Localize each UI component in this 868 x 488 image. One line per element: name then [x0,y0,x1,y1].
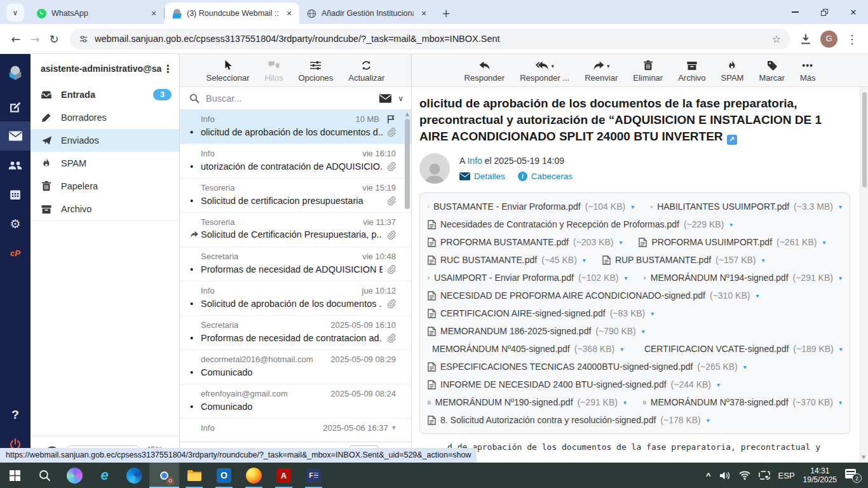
tray-connect-icon[interactable] [759,471,770,480]
downloads-button[interactable] [796,29,815,48]
firefox-icon[interactable] [239,463,269,488]
tab-search-button[interactable]: ∨ [6,4,24,22]
contacts-nav-button[interactable] [0,151,31,180]
tray-expand-icon[interactable]: ^ [706,471,711,480]
refresh-button[interactable]: Actualizar [348,59,384,83]
attachment[interactable]: MEMORANDUM 186-2025-signed.pdf(~790 KB)▾ [428,326,645,336]
delete-button[interactable]: Eliminar [633,59,663,83]
tab-close-icon[interactable]: ✕ [284,8,294,18]
options-button[interactable]: Opciones [298,59,333,83]
notification-center-button[interactable]: 2 [845,468,862,482]
attachment[interactable]: MEMORÁNDUM Nº190-signed.pdf(~291 KB)▾ [428,397,627,407]
fe-app-icon[interactable]: F [299,463,329,488]
copilot-icon[interactable] [60,463,90,488]
folder-borradores[interactable]: Borradores [31,106,179,129]
file-explorer-icon[interactable] [179,463,209,488]
attachment-menu-icon[interactable]: ▾ [651,310,654,317]
attachment-menu-icon[interactable]: ▾ [707,417,710,424]
message-row[interactable]: Info2025-05-06 16:37 ▼ [180,419,411,442]
cpanel-icon[interactable]: cP [0,238,31,268]
language-indicator[interactable]: ESP [778,471,795,480]
attachment-menu-icon[interactable]: ▾ [743,363,747,370]
attachment-menu-icon[interactable]: ▾ [729,221,733,228]
calendar-nav-button[interactable] [0,180,31,209]
forward-caret-icon[interactable]: ▾ [607,63,610,71]
reply-button[interactable]: Responder [465,59,505,83]
attachment-menu-icon[interactable]: ▾ [762,257,765,264]
attachment[interactable]: CERTIFICACION VCATE-signed.pdf(~189 KB)▾ [640,344,842,354]
folder-enviados[interactable]: Enviados [31,129,179,152]
tab-gestion[interactable]: Añadir Gestión Institucional | Pa ✕ [299,3,434,24]
search-input[interactable] [206,93,373,104]
attachment-menu-icon[interactable]: ▾ [839,399,842,406]
new-tab-button[interactable]: + [438,5,454,22]
recipient-link[interactable]: Info [467,156,482,166]
attachment-menu-icon[interactable]: ▾ [631,203,634,210]
message-row[interactable]: Infojue 10:12 •Solicitud de aprobación d… [180,281,411,316]
attachment[interactable]: Necesidades de Contratación y Recepción … [428,219,733,229]
browser-menu-button[interactable]: ⋮ [843,29,862,48]
message-row[interactable]: Tesoreriavie 15:19 •Solicitud de certifi… [180,179,411,213]
tab-whatsapp[interactable]: WhatsApp ✕ [29,3,164,24]
message-row[interactable]: Infovie 16:10 •utorización de contrataci… [180,144,411,179]
attachment-menu-icon[interactable]: ▾ [822,239,825,246]
attachment[interactable]: PROFORMA BUSTAMANTE.pdf(~203 KB)▾ [428,237,622,247]
mail-nav-button[interactable] [0,121,31,151]
message-row[interactable]: Info10 MB •olicitud de aprobación de los… [180,110,411,144]
reply-all-caret-icon[interactable]: ▾ [551,63,554,71]
attachment[interactable]: 8. Solicitud Autorización contra y resol… [428,415,710,425]
list-scrollbar-thumb[interactable] [405,119,410,209]
message-row[interactable]: efrenfoyain@gmail.com2025-05-09 08:24 •C… [180,384,411,419]
attachment-menu-icon[interactable]: ▾ [623,399,627,406]
account-menu-button[interactable]: ⋮ [161,63,174,75]
more-button[interactable]: ••• Más [800,59,816,83]
chrome-taskbar-button[interactable]: G [149,463,179,488]
attachment-menu-icon[interactable]: ▾ [839,274,842,281]
folder-archivo[interactable]: Archivo [31,198,179,220]
taskbar-clock[interactable]: 14:31 19/5/2025 [803,466,837,484]
profile-avatar[interactable]: G [820,30,837,48]
scroll-down-icon[interactable]: ▼ [392,425,396,431]
external-link-icon[interactable]: ↗ [727,135,737,145]
folder-entrada[interactable]: Entrada 3 [31,83,179,106]
threads-button[interactable]: Hilos [265,59,283,83]
spam-button[interactable]: SPAM [721,59,744,83]
message-scroll-down-icon[interactable]: ▼ [862,454,865,460]
message-row[interactable]: Tesoreriavie 11:37 Solicitud de Certific… [180,213,411,247]
attachment[interactable]: INFORME DE NECESIDAD 2400 BTU-signed-sig… [428,379,720,390]
address-bar[interactable]: webmail.sanjuan.gob.ec/cpsess3137551804/… [70,29,790,50]
attachment[interactable]: MEMORÁNDUM Nº378-signed.pdf(~370 KB)▾ [643,397,842,407]
attachment[interactable]: NECESIDAD DE PROFORMA AIRE ACONDICIONADO… [428,290,759,301]
forward-button[interactable]: ▾ Reenviar [585,59,618,83]
wifi-icon[interactable] [739,471,750,480]
mark-button[interactable]: Marcar [759,59,784,83]
outlook-icon[interactable]: O [209,463,239,488]
reply-all-button[interactable]: ▾ Responder ... [520,59,569,83]
attachment[interactable]: USAIMPORT - Enviar Proforma.pdf(~102 KB)… [428,273,627,283]
attachment[interactable]: BUSTAMANTE - Enviar Proforma.pdf(~104 KB… [428,201,634,212]
edge-icon[interactable] [119,463,149,488]
message-scrollbar[interactable]: ▼ [860,87,868,463]
message-row[interactable]: decormetal2016@hotmail.com2025-05-09 08:… [180,350,411,384]
attachment-menu-icon[interactable]: ▾ [620,346,623,353]
headers-toggle[interactable]: i Cabeceras [518,172,573,181]
volume-icon[interactable] [719,471,731,480]
tab-close-icon[interactable]: ✕ [419,8,429,18]
message-scrollbar-thumb[interactable] [862,92,867,187]
attachment-menu-icon[interactable]: ▾ [642,328,645,335]
bookmark-star-icon[interactable]: ☆ [772,33,781,45]
attachment-menu-icon[interactable]: ▾ [756,292,759,299]
list-scroll-up-icon[interactable]: ▲ [405,111,409,117]
attachment[interactable]: MEMORÁNDUM Nº405-signed.pdf(~368 KB)▾ [428,344,623,354]
attachment-menu-icon[interactable]: ▾ [619,239,622,246]
reload-button[interactable]: ↻ [44,29,64,48]
select-button[interactable]: Seleccionar [207,59,250,83]
taskbar-search-button[interactable] [30,463,60,488]
attachment-menu-icon[interactable]: ▾ [839,346,843,353]
forward-button[interactable]: → [25,29,44,48]
attachment[interactable]: MEMORÁNDUM Nº194-signed.pdf(~291 KB)▾ [644,273,842,283]
attachment[interactable]: PROFORMA USUIMPORT.pdf(~261 KB)▾ [639,237,825,247]
flag-icon[interactable] [386,114,396,124]
search-scope-icon[interactable] [379,94,391,103]
attachment[interactable]: HABILITANTES USUIMPORT.pdf(~3.3 MB)▾ [651,201,842,212]
